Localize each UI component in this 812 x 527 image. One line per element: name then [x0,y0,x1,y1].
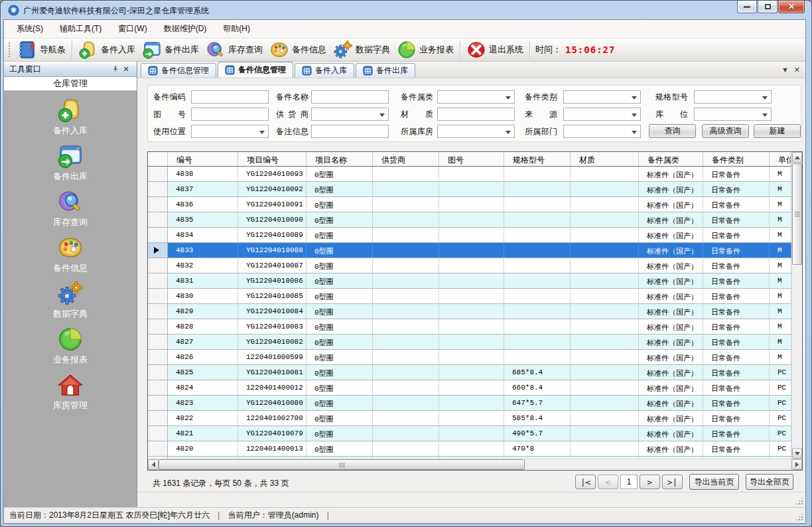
title-bar[interactable]: 广州爱奇迪软件科技有限公司-深田之星仓库管理系统 ✕ [1,1,811,19]
scroll-right-icon[interactable] [791,459,802,470]
resize-grip[interactable] [795,497,803,505]
scroll-down-icon[interactable] [792,448,802,459]
grid-column-header[interactable]: 规格型号 [504,152,571,166]
vertical-scrollbar[interactable] [791,152,802,459]
table-row[interactable]: 4832YG122040100870型圈标准件（国产）日常备件M [148,258,791,273]
row-selector-cell[interactable] [148,197,168,212]
advanced-query-button[interactable]: 高级查询 [702,124,749,138]
toolbar-button-navbar[interactable]: 导航条 [14,39,69,60]
toolbar-button-stock-query[interactable]: 库存查询 [202,39,266,60]
tab-3[interactable]: 备件出库 [356,63,415,78]
table-row[interactable]: 4823YG122040100800型圈647*5.7标准件（国产）日常备件PC [148,396,791,411]
sidebar-item-parts-info[interactable]: 备件信息 [53,234,88,274]
grid-column-header[interactable]: 备件类别 [703,152,770,166]
toolbar-grip[interactable] [8,42,11,58]
table-row[interactable]: 4827YG122040100820型圈标准件（国产）日常备件M [148,335,791,350]
grid-column-header[interactable]: 单位 [770,152,791,166]
table-row[interactable]: 4821YG122040100790型圈490*5.7标准件（国产）日常备件PC [148,426,791,441]
search-dropdown[interactable] [437,90,515,104]
search-dropdown[interactable] [563,125,641,138]
toolbar-button-data-dict[interactable]: 数据字典 [330,39,393,60]
scroll-up-icon[interactable] [792,152,802,163]
table-row[interactable]: 4828YG122040100830型圈标准件（国产）日常备件M [148,319,791,335]
scroll-left-icon[interactable] [148,459,159,470]
row-selector-cell[interactable] [148,167,168,181]
row-selector-cell[interactable] [148,335,168,349]
tab-0[interactable]: 备件信息管理 [141,63,216,78]
tab-scroll-down-icon[interactable]: ▼ [781,66,789,74]
search-dropdown[interactable] [563,108,641,121]
toolbar-button-parts-out[interactable]: 备件出库 [139,39,202,60]
search-dropdown[interactable] [311,108,389,121]
new-button[interactable]: 新建 [754,124,801,138]
search-dropdown[interactable] [191,125,269,138]
pin-icon[interactable] [110,64,121,74]
sidebar-close-icon[interactable]: ✕ [121,64,131,74]
search-dropdown[interactable] [694,108,772,121]
table-row[interactable]: 4834YG122040100890型圈标准件（国产）日常备件M [148,228,791,243]
table-row[interactable]: 4835YG122040100900型圈标准件（国产）日常备件M [148,212,791,228]
row-selector-cell[interactable] [148,365,168,380]
row-selector-cell[interactable] [148,441,168,456]
table-row[interactable]: 4829YG122040100840型圈标准件（国产）日常备件M [148,304,791,319]
grid-column-header[interactable]: 项目名称 [306,152,373,166]
menu-item[interactable]: 系统(S) [12,21,48,37]
menu-item[interactable]: 辅助工具(T) [55,21,106,37]
search-input[interactable] [191,90,269,104]
maximize-button[interactable] [758,1,778,13]
search-input[interactable] [437,108,515,121]
row-selector-cell[interactable] [148,319,168,334]
search-input[interactable] [191,108,269,121]
minimize-button[interactable] [737,1,757,13]
horizontal-scroll-thumb[interactable] [159,459,525,470]
export-all-pages-button[interactable]: 导出全部页 [746,474,793,490]
toolbar-button-exit[interactable]: 退出系统 [463,39,527,60]
prev-page-button[interactable]: < [598,475,618,489]
table-row[interactable]: 4838YG122040100930型圈标准件（国产）日常备件M [148,167,791,182]
resize-grip[interactable] [795,513,803,521]
page-number-input[interactable]: 1 [620,475,638,489]
table-row[interactable]: 4825YG122040100810型圈685*8.4标准件（国产）日常备件PC [148,365,791,380]
sidebar-item-warehouse[interactable]: 库房管理 [53,372,88,412]
table-row[interactable]: 4833YG122040100880型圈标准件（国产）日常备件M [148,243,791,258]
menu-item[interactable]: 帮助(H) [218,21,255,37]
tab-1[interactable]: 备件信息管理 [218,62,293,78]
tab-2[interactable]: 备件入库 [295,63,354,78]
row-selector-cell[interactable] [148,182,168,196]
row-selector-cell[interactable] [148,304,168,319]
grid-column-header[interactable]: 编号 [168,152,238,166]
export-current-page-button[interactable]: 导出当前页 [689,474,739,490]
sidebar-item-data-dict[interactable]: 数据字典 [53,280,88,320]
row-selector-cell[interactable] [148,273,168,288]
vertical-scroll-thumb[interactable] [792,163,802,265]
grid-column-header[interactable]: 项目编号 [238,152,306,166]
row-selector-cell[interactable] [148,243,168,258]
last-page-button[interactable]: >| [662,475,683,489]
sidebar-item-parts-out[interactable]: 备件出库 [53,143,88,183]
query-button[interactable]: 查询 [649,124,696,138]
horizontal-scrollbar[interactable] [148,459,802,470]
search-dropdown[interactable] [563,90,641,104]
tab-close-icon[interactable]: ✕ [794,66,800,74]
table-row[interactable]: 482012204014000130型圈470*8标准件（国产）日常备件PC [148,441,791,457]
table-row[interactable]: 4837YG122040100920型圈标准件（国产）日常备件M [148,182,791,197]
row-selector-cell[interactable] [148,350,168,364]
search-input[interactable] [311,90,389,104]
menu-item[interactable]: 窗口(W) [113,21,151,37]
first-page-button[interactable]: |< [575,475,596,489]
grid-column-header[interactable]: 备件属类 [639,152,703,166]
grid-column-header[interactable]: 图号 [439,152,504,166]
row-selector-cell[interactable] [148,289,168,303]
toolbar-button-parts-in[interactable]: 备件入库 [75,39,139,60]
sidebar-item-report[interactable]: 业务报表 [53,326,88,366]
table-row[interactable]: 482212204010027000型圈585*8.4标准件（国产）日常备件PC [148,411,791,426]
toolbar-button-report[interactable]: 业务报表 [393,39,457,60]
search-dropdown[interactable] [694,90,772,104]
row-selector-cell[interactable] [148,411,168,425]
sidebar-item-parts-in[interactable]: 备件入库 [53,97,88,137]
row-selector-cell[interactable] [148,426,168,441]
table-row[interactable]: 482412204014000120型圈660*8.4标准件（国产）日常备件PC [148,380,791,396]
table-row[interactable]: 4836YG122040100910型圈标准件（国产）日常备件M [148,197,791,212]
menu-item[interactable]: 数据维护(D) [159,21,212,37]
row-selector-cell[interactable] [148,228,168,242]
